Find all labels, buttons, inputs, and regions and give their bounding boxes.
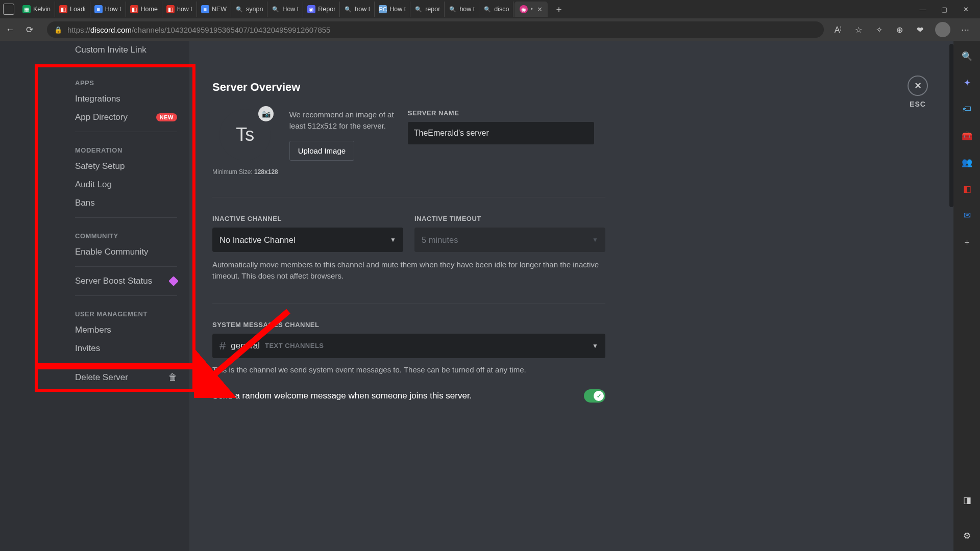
edge-sidebar-icon[interactable]: 🔍	[961, 50, 973, 62]
new-badge: NEW	[156, 113, 177, 121]
tab-label: how t	[459, 6, 475, 13]
tab-label: Kelvin	[33, 6, 51, 13]
min-size-hint: Minimum Size: 128x128	[212, 168, 278, 176]
browser-tab[interactable]: ▦Kelvin	[18, 2, 55, 17]
minimize-icon[interactable]: —	[919, 6, 927, 13]
select-value: No Inactive Channel	[219, 235, 296, 245]
browser-tab-active[interactable]: ◉ • ✕	[514, 2, 547, 17]
sidebar-item-bans[interactable]: Bans	[0, 194, 183, 212]
sidebar-section-moderation: MODERATION	[0, 137, 183, 157]
server-avatar-initials: Ts	[236, 124, 254, 145]
chevron-down-icon: ▼	[390, 236, 396, 243]
edge-sidebar-icon[interactable]: 🏷	[961, 103, 973, 115]
read-aloud-icon[interactable]: A⁾	[833, 24, 843, 35]
browser-tab[interactable]: 🔍how t	[445, 2, 479, 17]
browser-tab[interactable]: PCHow t	[375, 2, 410, 17]
browser-tab[interactable]: ◧Home	[126, 2, 162, 17]
url-field[interactable]: 🔒 https://discord.com/channels/104320495…	[47, 21, 824, 38]
welcome-toggle-switch[interactable]: ✓	[584, 389, 605, 403]
tab-label: How t	[105, 6, 121, 13]
tab-label: How t	[282, 6, 299, 13]
tab-label: how t	[177, 6, 192, 13]
tab-favicon: ≡	[201, 5, 209, 13]
inactive-channel-select[interactable]: No Inactive Channel ▼	[212, 228, 403, 252]
close-icon[interactable]: ✕	[908, 76, 928, 96]
edge-sidebar-icon[interactable]: ✉	[961, 209, 973, 221]
browser-tab-strip: ▦Kelvin◧Loadi≡How t◧Home◧how t≡NEW🔍synpn…	[0, 0, 980, 18]
browser-tab[interactable]: ◧how t	[162, 2, 197, 17]
back-icon[interactable]: ←	[5, 24, 15, 35]
edge-sidebar: 🔍✦🏷🧰👥◧✉＋ ◨ ⚙	[953, 41, 980, 551]
browser-tab[interactable]: 🔍synpn	[231, 2, 267, 17]
edge-sidebar-icon[interactable]: 🧰	[961, 130, 973, 142]
browser-address-bar: ← ⟳ 🔒 https://discord.com/channels/10432…	[0, 18, 980, 41]
sidebar-item-safety-setup[interactable]: Safety Setup	[0, 157, 183, 176]
upload-image-icon[interactable]: 📷	[258, 106, 274, 121]
more-icon[interactable]: ⋯	[961, 24, 971, 35]
sidebar-divider	[75, 295, 177, 296]
browser-tab[interactable]: ≡NEW	[197, 2, 231, 17]
sidebar-item-server-boost[interactable]: Server Boost Status	[0, 272, 183, 290]
sidebar-item-audit-log[interactable]: Audit Log	[0, 176, 183, 194]
system-helper-text: This is the channel we send system event…	[212, 364, 605, 375]
edge-sidebar-icon[interactable]: ✦	[961, 77, 973, 89]
server-name-label: SERVER NAME	[408, 109, 604, 117]
browser-tab[interactable]: 🔍how t	[340, 2, 375, 17]
discord-app: Custom Invite Link APPS Integrations App…	[0, 41, 953, 551]
settings-gear-icon[interactable]: ⚙	[961, 530, 973, 542]
upload-image-button[interactable]: Upload Image	[289, 141, 354, 161]
sidebar-divider	[75, 217, 177, 218]
sidebar-panel-icon[interactable]: ◨	[961, 494, 973, 506]
edge-sidebar-icon[interactable]: ＋	[961, 236, 973, 248]
section-divider	[212, 197, 605, 197]
sidebar-item-members[interactable]: Members	[0, 321, 183, 339]
inactive-timeout-select[interactable]: 5 minutes ▼	[414, 228, 605, 252]
sidebar-divider	[75, 266, 177, 267]
tab-label: NEW	[212, 6, 227, 13]
sidebar-item-integrations[interactable]: Integrations	[0, 90, 183, 108]
tab-favicon: 🔍	[483, 5, 492, 13]
tab-label: Loadi	[70, 6, 86, 13]
tab-label: Home	[141, 6, 158, 13]
sidebar-item-app-directory[interactable]: App Directory NEW	[0, 108, 183, 127]
profile-avatar[interactable]	[935, 22, 950, 37]
system-messages-select[interactable]: # general TEXT CHANNELS ▼	[212, 334, 605, 358]
sidebar-item-enable-community[interactable]: Enable Community	[0, 243, 183, 261]
sidebar-divider	[75, 64, 177, 65]
server-name-input[interactable]	[408, 122, 594, 144]
tab-label: synpn	[246, 6, 263, 13]
scrollbar-vertical[interactable]	[949, 44, 953, 207]
tab-favicon: 🔍	[344, 5, 352, 13]
tab-label: repor	[425, 6, 440, 13]
sidebar-item-delete-server[interactable]: Delete Server 🗑	[0, 368, 183, 387]
refresh-icon[interactable]: ⟳	[24, 24, 35, 35]
tab-favicon: ≡	[94, 5, 103, 13]
browser-tab[interactable]: 🔍How t	[267, 2, 303, 17]
reading-list-icon[interactable]: ✧	[874, 24, 884, 35]
edge-sidebar-icon[interactable]: ◧	[961, 183, 973, 195]
close-tab-icon[interactable]: ✕	[537, 6, 543, 13]
tab-overview-icon[interactable]	[3, 4, 14, 15]
favorite-icon[interactable]: ☆	[853, 24, 864, 35]
lock-icon: 🔒	[54, 26, 62, 34]
collections-icon[interactable]: ⊕	[894, 24, 904, 35]
new-tab-button[interactable]: ＋	[552, 2, 566, 16]
edge-sidebar-icon[interactable]: 👥	[961, 156, 973, 168]
tab-favicon: ◧	[130, 5, 138, 13]
server-avatar[interactable]: Ts 📷	[219, 109, 271, 160]
browser-tab[interactable]: 🔍disco	[479, 2, 513, 17]
browser-tab[interactable]: ≡How t	[90, 2, 126, 17]
window-controls: — ▢ ✕	[919, 6, 977, 13]
sidebar-item-invites[interactable]: Invites	[0, 339, 183, 358]
maximize-icon[interactable]: ▢	[940, 6, 948, 13]
tab-favicon: 🔍	[449, 5, 457, 13]
health-icon[interactable]: ❤	[915, 24, 925, 35]
close-window-icon[interactable]: ✕	[962, 6, 970, 13]
tab-favicon: ◉	[307, 5, 315, 13]
sidebar-item-custom-invite[interactable]: Custom Invite Link	[0, 41, 183, 59]
tab-label: How t	[389, 6, 406, 13]
browser-tab[interactable]: ◧Loadi	[55, 2, 90, 17]
browser-tab[interactable]: 🔍repor	[410, 2, 445, 17]
settings-main: ✕ ESC Server Overview Ts 📷 Minimum Size:…	[189, 41, 953, 551]
browser-tab[interactable]: ◉Repor	[303, 2, 340, 17]
